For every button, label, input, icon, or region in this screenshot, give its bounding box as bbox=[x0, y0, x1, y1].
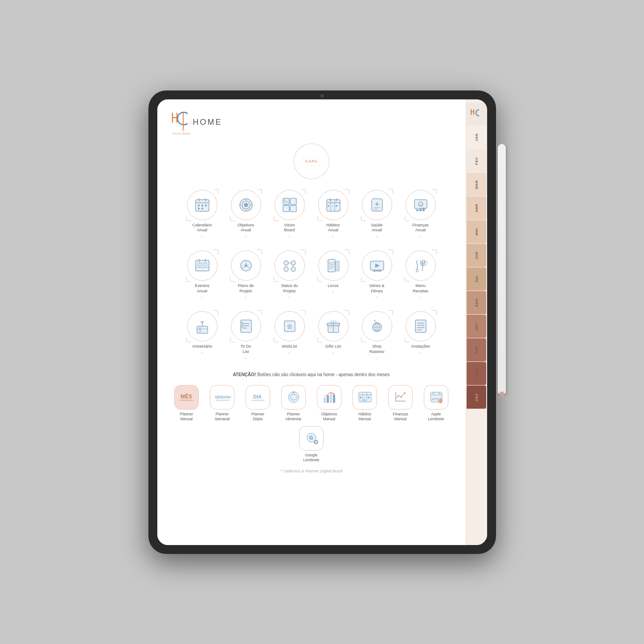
habitos-anual-item[interactable]: HábitosAnual ⌄ bbox=[316, 190, 351, 238]
side-tabs: JAN FEV MAR ABR MAI JUN JUL AGO SET OUT … bbox=[466, 99, 487, 545]
side-tab-mar[interactable]: MAR bbox=[467, 173, 486, 196]
wishlist-label: WishList bbox=[282, 344, 297, 349]
apple-lembrete-item[interactable]: APR 5 ! AppleLembrete bbox=[421, 385, 452, 422]
livros-label: Livros bbox=[328, 283, 338, 289]
series-filmes-item[interactable]: Séries &Filmes ⌄ bbox=[359, 250, 395, 299]
eventos-anual-item[interactable]: EventosAnual ⌄ bbox=[185, 250, 220, 299]
svg-text:!: ! bbox=[439, 400, 440, 404]
planner-semanal-item[interactable]: SEMANA PlannerSemanal bbox=[207, 385, 238, 422]
side-tab-logo[interactable] bbox=[467, 103, 486, 125]
menu-receitas-circle bbox=[406, 250, 436, 281]
calendario-anual-circle bbox=[187, 190, 217, 220]
side-tab-abr[interactable]: ABR bbox=[467, 197, 486, 220]
svg-point-26 bbox=[283, 199, 285, 201]
side-tab-dez[interactable]: DEZ bbox=[467, 386, 486, 409]
financas-mensal-item[interactable]: FinançasMensal bbox=[385, 385, 416, 422]
svg-point-128 bbox=[364, 399, 365, 401]
objetivos-mensal-item[interactable]: ObjetivosMensal bbox=[314, 385, 345, 422]
svg-rect-10 bbox=[198, 205, 200, 206]
svg-rect-24 bbox=[283, 205, 289, 212]
google-lembrete-item[interactable]: G GoogleLembrete bbox=[296, 426, 327, 463]
side-tab-fev[interactable]: FEV bbox=[467, 149, 486, 172]
svg-marker-4 bbox=[182, 129, 185, 132]
habitos-anual-label: HábitosAnual bbox=[326, 223, 340, 233]
side-tab-set[interactable]: SET bbox=[467, 315, 486, 338]
side-tab-jan[interactable]: JAN bbox=[467, 126, 486, 149]
financas-anual-circle: $ bbox=[406, 190, 436, 220]
vision-board-item[interactable]: VisionBoard ⌄ bbox=[272, 190, 308, 238]
side-tab-nov[interactable]: NOV bbox=[467, 362, 486, 385]
planner-diario-item[interactable]: DIA PlannerDiário bbox=[242, 385, 274, 422]
svg-point-84 bbox=[201, 321, 203, 323]
svg-point-125 bbox=[364, 397, 365, 398]
svg-point-31 bbox=[328, 205, 329, 207]
aniversario-item[interactable]: Aniversário ⌄ bbox=[185, 311, 220, 359]
todo-list-label: To DoList bbox=[241, 344, 251, 354]
row4: MÊS PlannerMensal SEMANA PlannerSemanal bbox=[171, 385, 452, 463]
svg-line-101 bbox=[374, 320, 377, 323]
habitos-anual-circle bbox=[318, 190, 349, 220]
gifts-list-item[interactable]: Gifts List ⌄ bbox=[316, 311, 351, 359]
wishlist-item[interactable]: WishList ⌄ bbox=[272, 311, 308, 359]
attention-section: ATENÇÃO! Botões não são clicáveis aqui n… bbox=[171, 372, 452, 377]
objetivos-anual-label: ObjetivosAnual bbox=[238, 223, 254, 233]
capa-button[interactable]: - - - - - - - CAPA - - - - - - - bbox=[294, 144, 329, 179]
svg-rect-14 bbox=[201, 208, 203, 209]
page-title: HOME bbox=[193, 118, 222, 127]
header: DIGITAL BRASIL HOME bbox=[171, 110, 452, 135]
row3-section: Aniversário ⌄ bbox=[171, 311, 452, 359]
svg-point-127 bbox=[360, 399, 361, 401]
menu-receitas-item[interactable]: MenuReceitas ⌄ bbox=[403, 250, 439, 299]
habitos-mensal-item[interactable]: HábitosMensal bbox=[349, 385, 381, 422]
svg-point-61 bbox=[284, 261, 288, 265]
planner-alimentar-item[interactable]: PlannerAlimentar bbox=[278, 385, 309, 422]
todo-list-item[interactable]: To DoList ⌄ bbox=[228, 311, 264, 359]
svg-point-32 bbox=[332, 205, 333, 207]
livros-item[interactable]: Livros ⌄ bbox=[316, 250, 351, 299]
svg-rect-115 bbox=[324, 398, 326, 403]
plano-projeto-item[interactable]: Plano deProjeto ⌄ bbox=[228, 250, 264, 299]
menu-receitas-label: MenuReceitas bbox=[413, 283, 428, 294]
row2-section: EventosAnual ⌄ bbox=[171, 250, 452, 299]
vision-board-circle bbox=[275, 190, 305, 220]
side-tab-jul[interactable]: JUL bbox=[467, 267, 486, 291]
apple-lembrete-label: AppleLembrete bbox=[428, 412, 444, 422]
svg-rect-118 bbox=[333, 395, 335, 403]
svg-rect-46 bbox=[422, 208, 425, 211]
side-tab-out[interactable]: OUT bbox=[467, 338, 486, 361]
svg-rect-22 bbox=[283, 198, 289, 205]
calendario-anual-label: CalendárioAnual bbox=[193, 223, 212, 233]
objetivos-anual-item[interactable]: ObjetivosAnual ⌄ bbox=[228, 190, 264, 238]
svg-point-129 bbox=[404, 392, 406, 394]
saude-anual-item[interactable]: SaúdeAnual ⌄ bbox=[359, 190, 395, 238]
financas-arrow: ⌄ bbox=[419, 234, 422, 238]
series-arrow: ⌄ bbox=[375, 295, 378, 299]
status-projeto-item[interactable]: Status doProjeto ⌄ bbox=[272, 250, 308, 299]
gifts-arrow: ⌄ bbox=[332, 350, 335, 354]
planner-mensal-item[interactable]: MÊS PlannerMensal bbox=[171, 385, 202, 422]
calendario-anual-item[interactable]: CalendárioAnual ⌄ bbox=[185, 190, 220, 238]
planner-mensal-circle: MÊS bbox=[174, 385, 199, 410]
svg-point-57 bbox=[242, 267, 243, 269]
svg-point-64 bbox=[291, 267, 295, 271]
financas-anual-item[interactable]: $ FinançasAnual ⌄ bbox=[403, 190, 439, 238]
status-projeto-circle bbox=[275, 250, 305, 281]
side-tab-mai[interactable]: MAI bbox=[467, 220, 486, 243]
vision-board-label: VisionBoard bbox=[284, 223, 295, 233]
attention-bold: ATENÇÃO! bbox=[233, 372, 256, 377]
svg-rect-11 bbox=[201, 205, 203, 206]
shop-rastreio-item[interactable]: ShopRastreio ⌄ bbox=[359, 311, 395, 359]
side-tab-ago[interactable]: AGO bbox=[467, 291, 486, 314]
capa-section: - - - - - - - CAPA - - - - - - - bbox=[171, 144, 452, 179]
series-filmes-label: Séries &Filmes bbox=[369, 283, 384, 294]
receitas-arrow: ⌄ bbox=[419, 295, 422, 299]
svg-rect-116 bbox=[327, 395, 329, 403]
series-filmes-circle bbox=[362, 250, 392, 281]
svg-text:DIGITAL BRASIL: DIGITAL BRASIL bbox=[172, 133, 191, 135]
side-tab-jun[interactable]: JUN bbox=[467, 244, 486, 267]
anotacoes-item[interactable]: Anotações ⌄ bbox=[403, 311, 439, 359]
tablet-screen: DIGITAL BRASIL HOME - - - - - - - CAPA -… bbox=[157, 99, 487, 545]
svg-rect-44 bbox=[416, 209, 418, 211]
planner-diario-circle: DIA bbox=[246, 385, 270, 410]
eventos-anual-label: EventosAnual bbox=[195, 283, 209, 294]
